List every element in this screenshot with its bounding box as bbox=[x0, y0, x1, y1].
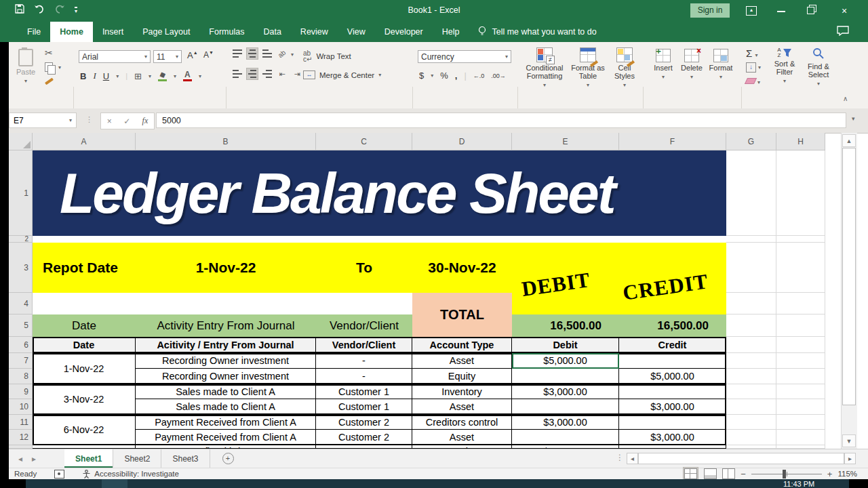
row-header-8[interactable]: 8 bbox=[9, 369, 33, 384]
page-break-view-icon[interactable] bbox=[722, 468, 735, 479]
cell[interactable] bbox=[776, 430, 825, 445]
ribbon-display-options-icon[interactable]: ▴ bbox=[746, 6, 757, 16]
tab-help[interactable]: Help bbox=[433, 22, 469, 42]
new-sheet-icon[interactable]: + bbox=[222, 453, 234, 464]
header-date[interactable]: Date bbox=[33, 337, 136, 353]
cell-date-group1[interactable]: 1-Nov-22 bbox=[33, 353, 136, 384]
col-header-a[interactable]: A bbox=[33, 133, 136, 150]
font-color-dropdown[interactable]: ▾ bbox=[199, 73, 201, 79]
minimize-button[interactable] bbox=[777, 11, 785, 12]
align-right-icon[interactable] bbox=[261, 68, 273, 80]
col-header-d[interactable]: D bbox=[412, 133, 512, 150]
debit-credit-banner[interactable]: DEBIT CREDIT bbox=[512, 243, 726, 314]
align-left-icon[interactable] bbox=[231, 68, 243, 80]
row-header-9[interactable]: 9 bbox=[9, 384, 33, 399]
cell[interactable] bbox=[776, 236, 825, 243]
middle-align-icon[interactable] bbox=[246, 47, 258, 60]
table-cell[interactable]: Inventory bbox=[412, 384, 512, 399]
insert-function-icon[interactable]: fx bbox=[142, 116, 149, 126]
cell-date-group2[interactable]: 3-Nov-22 bbox=[33, 384, 136, 415]
table-cell[interactable]: Equity bbox=[412, 369, 512, 384]
copy-icon[interactable]: ▾ bbox=[45, 62, 53, 72]
underline-dropdown[interactable]: ▾ bbox=[116, 73, 119, 79]
taskbar-app-icon[interactable] bbox=[102, 479, 127, 488]
col-header-b[interactable]: B bbox=[136, 133, 316, 150]
cell[interactable] bbox=[776, 314, 825, 337]
bottom-align-icon[interactable] bbox=[261, 47, 273, 60]
cell-report-to[interactable]: 30-Nov-22 bbox=[412, 243, 512, 293]
banner-title-cell[interactable]: Ledger Balance Sheet bbox=[33, 150, 726, 236]
table-cell[interactable]: - bbox=[316, 353, 412, 369]
hscroll-right-icon[interactable]: ▸ bbox=[844, 453, 856, 464]
header-credit[interactable]: Credit bbox=[619, 337, 726, 353]
table-cell[interactable]: $3,000.00 bbox=[619, 399, 726, 415]
header-account-type[interactable]: Account Type bbox=[412, 337, 512, 353]
scroll-down-icon[interactable]: ▼ bbox=[842, 434, 856, 447]
table-cell[interactable]: Creditors control bbox=[412, 415, 512, 430]
header-vendor[interactable]: Vendor/Client bbox=[316, 337, 412, 353]
sheet-nav-right-icon[interactable]: ▸ bbox=[32, 454, 36, 464]
cell[interactable] bbox=[726, 353, 776, 369]
select-all-corner[interactable] bbox=[9, 133, 33, 150]
cell[interactable] bbox=[776, 337, 825, 353]
accounting-format-icon[interactable]: $ bbox=[419, 70, 424, 81]
cell-e7-selected[interactable]: $5,000.00 bbox=[512, 353, 619, 369]
formula-input[interactable]: 5000 bbox=[156, 113, 846, 128]
table-cell[interactable]: Payment Received from Client A bbox=[136, 415, 316, 430]
zoom-slider-thumb[interactable] bbox=[783, 470, 786, 479]
row-header-7[interactable]: 7 bbox=[9, 353, 33, 369]
table-cell[interactable] bbox=[619, 415, 726, 430]
insert-cells-button[interactable]: ＋ Insert▾ bbox=[650, 49, 677, 81]
sheet-nav-left-icon[interactable]: ◂ bbox=[18, 454, 22, 464]
table-cell[interactable]: $5,000.00 bbox=[619, 369, 726, 384]
conditional-formatting-button[interactable]: ≠ Conditional Formatting▾ bbox=[524, 47, 566, 89]
cell-report-to-label[interactable]: To bbox=[316, 243, 412, 293]
borders-icon[interactable]: ⊞ bbox=[134, 71, 142, 81]
increase-indent-icon[interactable]: ⇥ bbox=[291, 68, 303, 80]
sheet-tab-sheet2[interactable]: Sheet2 bbox=[113, 449, 161, 468]
row-header-2[interactable]: 2 bbox=[9, 236, 33, 243]
collapse-ribbon-icon[interactable]: ∧ bbox=[843, 95, 848, 102]
cell[interactable] bbox=[726, 399, 776, 415]
comma-style-icon[interactable]: , bbox=[455, 70, 458, 81]
wrap-text-button[interactable]: abc↵ Wrap Text bbox=[303, 50, 351, 62]
cell[interactable] bbox=[726, 150, 776, 236]
borders-dropdown[interactable]: ▾ bbox=[149, 73, 151, 79]
row-header-11[interactable]: 11 bbox=[9, 415, 33, 430]
table-cell[interactable]: - bbox=[316, 369, 412, 384]
zoom-level[interactable]: 115% bbox=[837, 470, 857, 478]
font-size-combo[interactable]: 11▾ bbox=[153, 50, 182, 63]
macro-record-icon[interactable] bbox=[54, 470, 64, 479]
cell-report-date-label[interactable]: Repot Date bbox=[33, 243, 136, 293]
tab-insert[interactable]: Insert bbox=[93, 22, 133, 42]
table-cell[interactable]: Customer 1 bbox=[316, 399, 412, 415]
table-cell[interactable]: Sales made to Client A bbox=[136, 399, 316, 415]
tabbar-splitter[interactable]: ⋮ bbox=[616, 453, 624, 462]
table-cell[interactable]: Recording Owner investment bbox=[136, 353, 316, 369]
table-cell[interactable]: $3,000.00 bbox=[619, 430, 726, 445]
zoom-out-icon[interactable]: − bbox=[741, 469, 746, 479]
cell[interactable] bbox=[726, 369, 776, 384]
align-center-icon[interactable] bbox=[246, 68, 258, 80]
fill-color-dropdown[interactable]: ▾ bbox=[174, 73, 176, 79]
cell-report-from[interactable]: 1-Nov-22 bbox=[136, 243, 316, 293]
cell-summary-activity[interactable]: Activity Entry From Journal bbox=[136, 314, 316, 337]
font-name-combo[interactable]: Arial▾ bbox=[79, 50, 151, 63]
top-align-icon[interactable] bbox=[231, 47, 243, 60]
underline-button[interactable]: U bbox=[103, 71, 109, 81]
decrease-decimal-icon[interactable]: .00→ bbox=[491, 73, 506, 79]
name-box[interactable]: E7▾ bbox=[9, 113, 77, 128]
cell[interactable] bbox=[776, 384, 825, 399]
cut-icon[interactable]: ✂ bbox=[45, 47, 53, 58]
table-cell[interactable]: Customer 2 bbox=[316, 415, 412, 430]
header-activity[interactable]: Acitivity / Entry From Journal bbox=[136, 337, 316, 353]
col-header-h[interactable]: H bbox=[776, 133, 825, 150]
tell-me-box[interactable]: Tell me what you want to do bbox=[478, 22, 596, 42]
col-header-e[interactable]: E bbox=[512, 133, 619, 150]
table-cell[interactable] bbox=[619, 384, 726, 399]
page-layout-view-icon[interactable] bbox=[704, 468, 717, 479]
hscroll-left-icon[interactable]: ◂ bbox=[627, 453, 638, 464]
cell[interactable] bbox=[776, 150, 825, 236]
table-cell[interactable]: $3,000.00 bbox=[512, 415, 619, 430]
cell-debit-total[interactable]: 16,500.00 bbox=[512, 314, 619, 337]
